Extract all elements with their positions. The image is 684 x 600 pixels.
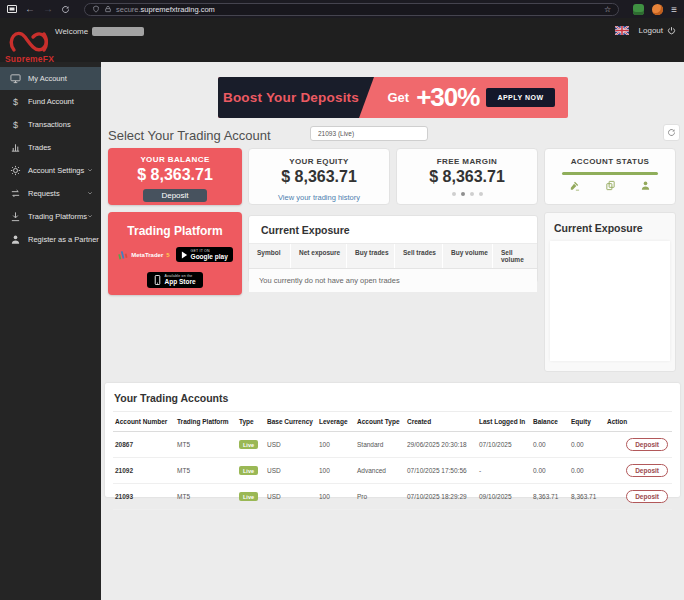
sidebar-label: Trades — [28, 143, 51, 152]
partner-person-icon — [10, 234, 21, 245]
google-play-line2: Google play — [191, 253, 228, 260]
trading-platform-title: Trading Platform — [108, 224, 242, 238]
banner-title: Boost Your Deposits — [223, 90, 359, 105]
cell-account-type: Standard — [355, 432, 405, 458]
cell-account-number: 21093 — [113, 484, 175, 510]
free-margin-card: FREE MARGIN $ 8,363.71 — [396, 148, 538, 205]
page: ← → secure.supremefxtrading.com ☆ ≡ Supr… — [0, 0, 684, 600]
language-flag-icon[interactable] — [615, 26, 629, 35]
sidebar-item-account-settings[interactable]: Account Settings — [0, 159, 101, 182]
phone-icon — [154, 275, 161, 285]
url-text: secure.supremefxtrading.com — [116, 5, 215, 14]
exposure-col-sell-trades: Sell trades — [395, 244, 443, 268]
extension-icon-green[interactable] — [633, 4, 644, 15]
deposit-button[interactable]: Deposit — [143, 189, 206, 202]
cell-currency: USD — [265, 458, 317, 484]
sidebar-item-trading-platforms[interactable]: Trading Platforms — [0, 205, 101, 228]
address-bar[interactable]: secure.supremefxtrading.com ☆ — [84, 3, 619, 16]
cell-account-type: Pro — [355, 484, 405, 510]
exposure-empty-message: You currently do not have any open trade… — [249, 269, 537, 292]
cell-balance: 8,363.71 — [531, 484, 569, 510]
browser-menu-icon[interactable]: ≡ — [671, 4, 677, 15]
metatrader5-badge[interactable]: MetaTrader 5 — [117, 249, 169, 260]
metatrader-label: MetaTrader — [131, 252, 163, 258]
current-exposure-title: Current Exposure — [249, 216, 537, 243]
app-store-line2: App Store — [164, 278, 195, 285]
back-icon[interactable]: ← — [25, 4, 35, 14]
banner-get-label: Get — [387, 90, 409, 105]
app-store-badge[interactable]: Available on the App Store — [147, 272, 202, 288]
exposure-col-net: Net exposure — [291, 244, 347, 268]
gavel-icon — [569, 180, 580, 191]
cell-currency: USD — [265, 484, 317, 510]
refresh-button[interactable] — [663, 124, 680, 141]
reload-icon[interactable] — [61, 0, 70, 18]
exposure-col-sell-volume: Sell volume — [493, 244, 537, 268]
exposure-col-buy-trades: Buy trades — [347, 244, 395, 268]
transfer-arrows-icon — [10, 188, 21, 199]
account-select-dropdown[interactable]: 21093 (Live) — [310, 126, 428, 141]
table-header-row: Account Number Trading Platform Type Bas… — [113, 412, 672, 432]
welcome-text: Welcome — [55, 27, 144, 36]
trading-accounts-title: Your Trading Accounts — [105, 383, 680, 411]
sidebar-item-register-partner[interactable]: Register as a Partner — [0, 228, 101, 251]
sidebar-label: Fund Account — [28, 97, 74, 106]
col-trading-platform: Trading Platform — [175, 412, 237, 432]
apply-now-button[interactable]: APPLY NOW — [486, 88, 554, 107]
trading-accounts-table: Account Number Trading Platform Type Bas… — [113, 411, 672, 510]
supremefx-logo-icon — [6, 19, 52, 55]
sidebar-label: Transactions — [28, 120, 71, 129]
exposure-chart-panel: Current Exposure — [544, 212, 676, 372]
sidebar-item-requests[interactable]: Requests — [0, 182, 101, 205]
cell-account-number: 21092 — [113, 458, 175, 484]
cell-equity: 0.00 — [569, 458, 605, 484]
sidebar-item-fund-account[interactable]: $ Fund Account — [0, 90, 101, 113]
col-equity: Equity — [569, 412, 605, 432]
bookmark-star-icon[interactable]: ☆ — [604, 5, 611, 14]
dollar-icon: $ — [10, 119, 21, 130]
trading-platform-card: Trading Platform MetaTrader 5 GET IT ON … — [108, 212, 242, 295]
row-deposit-button[interactable]: Deposit — [626, 464, 668, 477]
logout-button[interactable]: Logout — [639, 26, 676, 35]
cell-last-login: 09/10/2025 — [477, 484, 531, 510]
select-account-heading: Select Your Trading Account — [108, 128, 271, 143]
cell-leverage: 100 — [317, 458, 355, 484]
sidebar-item-trades[interactable]: Trades — [0, 136, 101, 159]
refresh-icon — [667, 128, 676, 137]
row-deposit-button[interactable]: Deposit — [626, 490, 668, 503]
balance-card: YOUR BALANCE $ 8,363.71 Deposit — [108, 148, 242, 205]
chevron-down-icon — [87, 189, 93, 198]
metatrader-logo-icon — [117, 249, 128, 260]
cell-platform: MT5 — [175, 458, 237, 484]
equity-title: YOUR EQUITY — [249, 157, 389, 166]
trading-history-link[interactable]: View your trading history — [278, 193, 360, 202]
exposure-chart-area — [550, 241, 670, 361]
col-base-currency: Base Currency — [265, 412, 317, 432]
sidebar-item-my-account[interactable]: My Account — [0, 67, 101, 90]
google-play-badge[interactable]: GET IT ON Google play — [176, 247, 233, 262]
live-badge: Live — [239, 466, 258, 475]
live-badge: Live — [239, 492, 258, 501]
extension-icon-orange[interactable] — [652, 4, 663, 15]
col-action: Action — [605, 412, 672, 432]
row-deposit-button[interactable]: Deposit — [626, 438, 668, 451]
sidebar-item-transactions[interactable]: $ Transactions — [0, 113, 101, 136]
free-margin-value: $ 8,363.71 — [397, 168, 537, 186]
carousel-dots[interactable] — [397, 192, 537, 196]
dollar-icon: $ — [10, 96, 21, 107]
welcome-name-redacted — [92, 27, 144, 36]
cell-created: 29/06/2025 20:30:18 — [405, 432, 477, 458]
forward-icon[interactable]: → — [43, 4, 53, 14]
cell-balance: 0.00 — [531, 458, 569, 484]
chevron-down-icon — [87, 166, 93, 175]
download-icon — [10, 211, 21, 222]
exposure-col-symbol: Symbol — [249, 244, 291, 268]
cell-last-login: - — [477, 458, 531, 484]
sidebar: My Account $ Fund Account $ Transactions… — [0, 62, 101, 600]
col-balance: Balance — [531, 412, 569, 432]
banner-percent: +30% — [416, 82, 479, 113]
cell-platform: MT5 — [175, 432, 237, 458]
monitor-icon — [10, 73, 21, 84]
col-leverage: Leverage — [317, 412, 355, 432]
logout-label: Logout — [639, 26, 663, 35]
